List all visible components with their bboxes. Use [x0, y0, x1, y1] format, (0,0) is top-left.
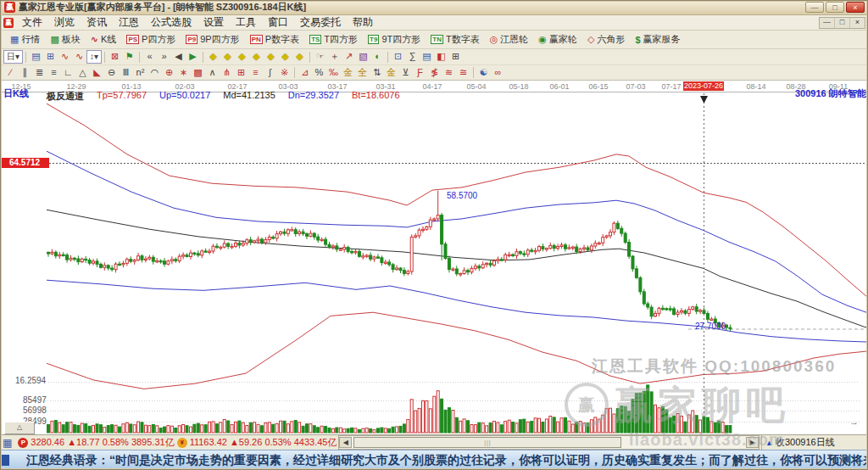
diamond-tool-1[interactable]: ◆: [206, 50, 220, 64]
fib-levels-tool[interactable]: ≡: [248, 66, 263, 80]
minimize-button[interactable]: —: [805, 2, 824, 13]
mini-kline-1[interactable]: ∿: [58, 50, 72, 64]
last-bar[interactable]: »: [157, 50, 171, 64]
stats-tool[interactable]: ◐: [370, 50, 385, 64]
next-bar[interactable]: ▶: [186, 50, 200, 64]
menu-file[interactable]: 文件: [16, 15, 48, 30]
hexagon-button[interactable]: ◇六角形: [582, 32, 630, 48]
speed-lines-tool[interactable]: ≡: [47, 66, 61, 80]
gann-line-tool[interactable]: ∕: [3, 66, 18, 80]
quotes-button[interactable]: ▦行情: [5, 32, 45, 48]
angle-tool[interactable]: ∟: [61, 66, 75, 80]
window-layout[interactable]: ▤: [29, 50, 43, 64]
menu-browse[interactable]: 浏览: [48, 15, 81, 30]
square-of-nine-tool[interactable]: n²: [133, 66, 147, 80]
diamond-tool-5[interactable]: ◆: [264, 50, 278, 64]
yinyang-tool[interactable]: ☯: [476, 66, 491, 80]
updown-arrows-tool[interactable]: ⇅: [370, 66, 384, 80]
fibonacci-tool[interactable]: Ƒ: [413, 66, 427, 80]
trend-mark-tool[interactable]: ↗: [342, 50, 356, 64]
scale-selector[interactable]: ↕▾: [86, 50, 102, 64]
maximize-button[interactable]: □: [826, 2, 844, 13]
golden-section-tool[interactable]: 金: [384, 66, 398, 80]
horizontal-levels-tool[interactable]: ≣: [32, 66, 47, 80]
parallel-channel-tool[interactable]: ∥: [18, 66, 32, 80]
xor-band-tool[interactable]: ⊻: [398, 66, 413, 80]
scroll-left-button[interactable]: ◀: [339, 437, 352, 448]
period-selector[interactable]: 日▾: [3, 50, 23, 64]
band-limit-tool[interactable]: ≸: [427, 66, 442, 80]
split-window[interactable]: ⊞: [43, 50, 58, 64]
pane-scroll-right-icon[interactable]: →: [849, 417, 859, 427]
diamond-tool-4[interactable]: ◆: [249, 50, 264, 64]
winner-service-button[interactable]: $赢家服务: [630, 32, 685, 48]
menu-settings[interactable]: 设置: [198, 15, 230, 30]
pitchfork-tool[interactable]: ⋔: [220, 66, 234, 80]
winner-wheel-button[interactable]: ◉赢家轮: [533, 32, 582, 48]
sectors-button[interactable]: ▩板块: [45, 32, 85, 48]
golden-ratio-tool[interactable]: 金: [341, 66, 355, 80]
print-tool[interactable]: ⊞: [448, 50, 463, 64]
zigzag-tool[interactable]: ∧: [205, 66, 220, 80]
hand-tool[interactable]: ☞: [313, 50, 327, 64]
mini-kline-2[interactable]: ∿: [72, 50, 86, 64]
arc-tool[interactable]: ◠: [147, 66, 162, 80]
t-square-button[interactable]: TST四方形: [304, 32, 363, 48]
permille-tool[interactable]: ‰: [326, 66, 341, 80]
diamond-tool-6[interactable]: ◆: [278, 50, 292, 64]
flag-marker[interactable]: ⚑: [122, 50, 136, 64]
grid-view-icon[interactable]: ▦: [3, 437, 12, 449]
t-number-table-button[interactable]: TNT数字表: [426, 32, 484, 48]
percent-tool[interactable]: %: [312, 66, 326, 80]
date-tick: 05-04: [466, 82, 486, 91]
gann-fan-tool[interactable]: ⊕: [162, 66, 176, 80]
close-pane[interactable]: ⊠: [108, 50, 122, 64]
grid-tool[interactable]: ▩: [191, 66, 205, 80]
menu-info[interactable]: 资讯: [81, 15, 113, 30]
diamond-tool-2[interactable]: ◆: [220, 50, 235, 64]
report-tool[interactable]: ▤: [420, 50, 434, 64]
box-tool[interactable]: ⊞: [234, 66, 248, 80]
nine-t-square-button[interactable]: T99T四方形: [363, 32, 426, 48]
menu-trade[interactable]: 交易委托: [294, 15, 347, 30]
prev-bar[interactable]: ◀: [171, 50, 186, 64]
collapse-pane-button[interactable]: △: [4, 422, 35, 434]
diamond-tool-7[interactable]: ◆: [292, 50, 307, 64]
wedge-tool[interactable]: ◣: [90, 66, 104, 80]
mdi-restore-button[interactable]: □: [834, 18, 849, 28]
time-zone-tool[interactable]: Ⅲ: [119, 66, 133, 80]
right-triangle-tool[interactable]: ⊿: [298, 66, 312, 80]
mdi-minimize-button[interactable]: —: [820, 18, 834, 28]
ray-tool[interactable]: ∗: [176, 66, 191, 80]
p-square-button[interactable]: PSP四方形: [121, 32, 181, 48]
approx-wave-tool[interactable]: ≊: [456, 66, 470, 80]
infinity-tool[interactable]: ∞: [491, 66, 505, 80]
mdi-close-button[interactable]: ×: [849, 18, 865, 28]
chart-pane[interactable]: 12-1512-2901-1302-0302-1703-0303-1703-31…: [0, 81, 868, 434]
first-bar[interactable]: «: [142, 50, 157, 64]
close-button[interactable]: ×: [846, 2, 865, 13]
kline-button[interactable]: ∿K线: [86, 32, 122, 48]
diamond-tool-3[interactable]: ◆: [235, 50, 249, 64]
calculator-tool[interactable]: ∑: [405, 50, 420, 64]
menu-tools[interactable]: 工具: [230, 15, 262, 30]
curve-tool[interactable]: ∫: [263, 66, 277, 80]
pattern-tool[interactable]: ▧: [356, 50, 370, 64]
scrollbar-thumb[interactable]: |||: [353, 437, 621, 448]
menu-gann[interactable]: 江恩: [113, 15, 145, 30]
p-number-table-button[interactable]: PNP数字表: [245, 32, 304, 48]
menu-window[interactable]: 窗口: [262, 15, 294, 30]
calendar-tool[interactable]: ⊡: [391, 50, 405, 64]
menu-help[interactable]: 帮助: [347, 15, 379, 30]
crosshair-tool[interactable]: ＋: [327, 50, 342, 64]
star-mark-tool[interactable]: ※: [277, 66, 292, 80]
save-tool[interactable]: ◧: [434, 50, 448, 64]
triangle-tool[interactable]: △: [75, 66, 90, 80]
gann-wheel-button[interactable]: ◎江恩轮: [485, 32, 534, 48]
wave-tool[interactable]: ≋: [442, 66, 456, 80]
date-tick: 04-17: [422, 82, 442, 91]
golden-full-tool[interactable]: 全: [355, 66, 370, 80]
menu-stock-pick[interactable]: 公式选股: [145, 15, 198, 30]
nine-p-square-button[interactable]: P99P四方形: [181, 32, 244, 48]
ellipse-tool[interactable]: ⊖: [104, 66, 119, 80]
